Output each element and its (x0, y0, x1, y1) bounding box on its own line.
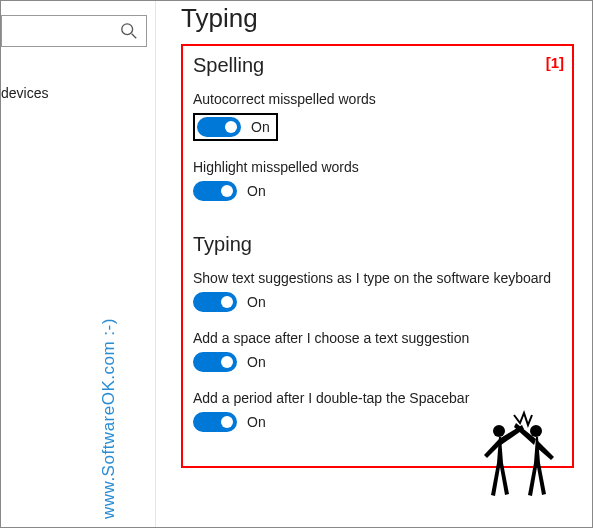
toggle-knob (225, 121, 237, 133)
toggle-state: On (251, 119, 270, 135)
toggle-state: On (247, 354, 266, 370)
toggle-add-space[interactable] (193, 352, 237, 372)
toggle-knob (221, 185, 233, 197)
setting-label: Add a period after I double-tap the Spac… (193, 390, 562, 406)
section-heading-spelling: Spelling (193, 54, 562, 77)
svg-line-1 (132, 34, 137, 39)
page-title: Typing (181, 3, 574, 34)
search-input[interactable] (1, 15, 147, 47)
setting-label: Show text suggestions as I type on the s… (193, 270, 562, 286)
annotation-marker: [1] (546, 54, 564, 71)
toggle-state: On (247, 414, 266, 430)
setting-label: Add a space after I choose a text sugges… (193, 330, 562, 346)
sidebar-item-label: devices (1, 85, 48, 101)
svg-point-0 (122, 24, 133, 35)
toggle-knob (221, 296, 233, 308)
main-content: Typing [1] Spelling Autocorrect misspell… (167, 1, 592, 527)
setting-label: Autocorrect misspelled words (193, 91, 562, 107)
setting-label: Highlight misspelled words (193, 159, 562, 175)
highlighted-toggle: On (193, 113, 278, 141)
highlighted-region: [1] Spelling Autocorrect misspelled word… (181, 44, 574, 468)
toggle-text-suggestions[interactable] (193, 292, 237, 312)
toggle-state: On (247, 294, 266, 310)
sidebar: devices (1, 1, 156, 527)
section-heading-typing: Typing (193, 233, 562, 256)
toggle-state: On (247, 183, 266, 199)
toggle-autocorrect[interactable] (197, 117, 241, 137)
toggle-highlight-misspelled[interactable] (193, 181, 237, 201)
sidebar-item-devices[interactable]: devices (1, 75, 155, 111)
toggle-knob (221, 416, 233, 428)
search-icon (120, 22, 138, 40)
toggle-knob (221, 356, 233, 368)
watermark-text: www.SoftwareOK.com :-) (99, 318, 119, 519)
toggle-add-period[interactable] (193, 412, 237, 432)
